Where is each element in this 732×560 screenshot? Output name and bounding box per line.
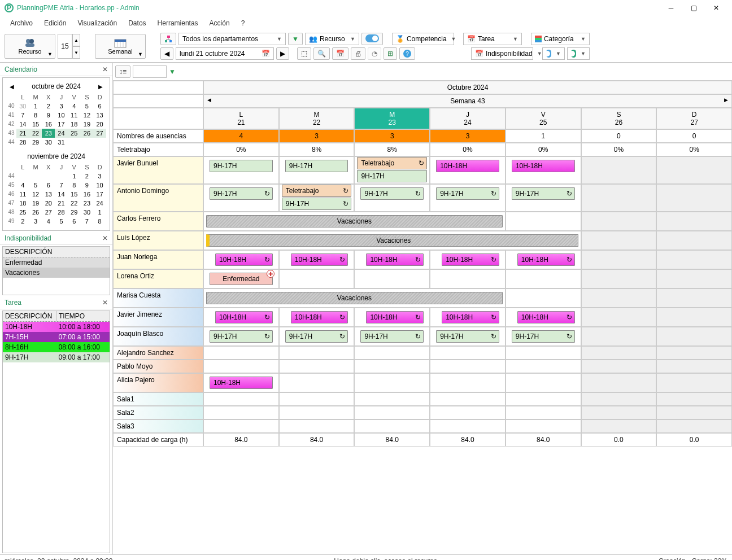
date-next-button[interactable]: ▶ (276, 47, 289, 60)
event[interactable]: 9H-17H↻ (512, 330, 575, 343)
event[interactable]: 10H-18H↻ (517, 253, 575, 266)
today-button[interactable]: 📅 (332, 47, 348, 60)
resource-select[interactable]: 👥Recurso▼ (305, 33, 359, 45)
toggle-2-select[interactable]: ▼ (567, 47, 590, 60)
menu-help[interactable]: ? (236, 17, 251, 29)
event[interactable]: 9H-17H↻ (436, 187, 499, 200)
category-select[interactable]: Categoría▼ (531, 33, 590, 45)
resource-row[interactable]: Sala2 (113, 406, 203, 419)
row-count-spinner[interactable]: ▲▼ (58, 34, 80, 59)
filter-button[interactable]: ▼ (288, 33, 303, 45)
resource-row[interactable]: Sala1 (113, 392, 203, 406)
resource-row[interactable]: Carlos Ferrero (113, 212, 203, 231)
close-icon[interactable]: ✕ (102, 234, 108, 242)
weekly-view-button[interactable]: Semanal ▼ (95, 34, 146, 59)
menu-datos[interactable]: Datos (123, 17, 151, 29)
event[interactable]: 10H-18H↻ (215, 253, 273, 266)
event[interactable]: 10H-18H↻ (442, 253, 499, 266)
event[interactable]: 10H-18H↻ (215, 311, 273, 323)
calendar-grid-nov[interactable]: LMXJVSD441234545678910461112131415161747… (6, 163, 106, 226)
cal-prev-button[interactable]: ◀ (7, 84, 16, 90)
toggle-display-button[interactable] (361, 33, 383, 45)
date-picker[interactable]: lundi 21 octubre 2024📅 (176, 47, 274, 60)
print-button[interactable]: 🖨 (351, 47, 365, 60)
task-select[interactable]: 📅Tarea▼ (463, 33, 522, 45)
help-toolbar-button[interactable]: ? (399, 47, 415, 60)
list-item[interactable]: 8H-16H08:00 a 16:00 (3, 342, 110, 352)
select-tool-button[interactable]: ⬚ (297, 47, 311, 60)
export-button[interactable]: ⊞ (384, 47, 397, 60)
cal-next-button[interactable]: ▶ (96, 84, 105, 90)
event[interactable]: Vacaciones (206, 234, 578, 247)
calendar-grid-oct[interactable]: LMXJVSD403012345641789101112134214151617… (6, 93, 106, 147)
event[interactable]: 10H-18H↻ (291, 253, 348, 266)
close-icon[interactable]: ✕ (102, 65, 108, 73)
menu-herramientas[interactable]: Herramientas (152, 17, 204, 29)
menu-accion[interactable]: Acción (204, 17, 236, 29)
event[interactable]: Teletrabajo↻ (282, 185, 352, 197)
event[interactable]: Teletrabajo↻ (357, 157, 427, 169)
date-prev-button[interactable]: ◀ (160, 47, 173, 60)
spinner-down[interactable]: ▼ (72, 46, 80, 59)
list-item[interactable]: 7H-15H07:00 a 15:00 (3, 332, 110, 342)
row-count-input[interactable] (58, 34, 72, 59)
close-icon[interactable]: ✕ (102, 299, 108, 307)
resource-row[interactable]: Lorena Ortiz (113, 269, 203, 288)
list-item[interactable]: Vacaciones (3, 268, 110, 278)
filter-input[interactable] (133, 65, 167, 78)
resource-row[interactable]: Antonio Domingo (113, 184, 203, 212)
event[interactable]: 9H-17H↻ (282, 198, 352, 210)
competence-select[interactable]: 🏅Competencia▼ (392, 33, 454, 45)
event[interactable]: 10H-18H↻ (366, 311, 424, 323)
event[interactable]: 9H-17H↻ (360, 330, 424, 343)
resource-row[interactable]: Sala3 (113, 419, 203, 433)
resource-row[interactable]: Alejandro Sanchez (113, 346, 203, 360)
list-item[interactable]: Enfermedad (3, 257, 110, 268)
menu-visualizacion[interactable]: Visualización (72, 17, 123, 29)
sort-button[interactable]: ↕≡ (115, 65, 130, 78)
resource-row[interactable]: Javier Jimenez (113, 308, 203, 327)
window-close-button[interactable]: ✕ (705, 0, 727, 16)
zoom-button[interactable]: 🔍 (313, 47, 330, 60)
event[interactable]: 10H-18H↻ (517, 311, 575, 323)
timeline-grid[interactable]: Octubre 2024 Semana 43 L21 M22 M23 J24 V… (113, 81, 732, 447)
event[interactable]: 10H-18H↻ (442, 311, 499, 323)
event[interactable]: 9H-17H↻ (210, 330, 273, 343)
resource-row[interactable]: Joaquín Blasco (113, 327, 203, 346)
week-header[interactable]: Semana 43 (203, 94, 732, 108)
window-minimize-button[interactable]: ─ (660, 0, 682, 16)
menu-archivo[interactable]: Archivo (5, 17, 38, 29)
event[interactable]: 10H-18H (512, 160, 575, 172)
event[interactable]: 9H-17H↻ (285, 330, 348, 343)
event[interactable]: 9H-17H↻ (436, 330, 499, 343)
funnel-icon[interactable]: ▼ (169, 68, 176, 76)
resource-row[interactable]: Marisa Cuesta (113, 288, 203, 308)
event[interactable]: 9H-17H (210, 160, 273, 172)
event[interactable]: 9H-17H (285, 160, 348, 172)
event[interactable]: 9H-17H (357, 170, 427, 182)
resource-row[interactable]: Juan Noriega (113, 250, 203, 269)
event[interactable]: 9H-17H↻ (512, 187, 575, 200)
resource-row[interactable]: Javier Bunuel (113, 156, 203, 184)
window-maximize-button[interactable]: ▢ (682, 0, 705, 16)
event[interactable]: 9H-17H↻ (360, 187, 424, 200)
list-item[interactable]: 9H-17H09:00 a 17:00 (3, 352, 110, 362)
unavailability-select[interactable]: 📅Indisponibilidad▼ (471, 47, 533, 60)
list-item[interactable]: 10H-18H10:00 a 18:00 (3, 322, 110, 332)
menu-edicion[interactable]: Edición (38, 17, 72, 29)
event[interactable]: Enfermedad✚ (210, 273, 273, 285)
resource-row[interactable]: Luís López (113, 231, 203, 250)
event[interactable]: 10H-18H↻ (291, 311, 348, 323)
hierarchy-button[interactable] (160, 33, 176, 45)
spinner-up[interactable]: ▲ (72, 34, 80, 46)
event[interactable]: 10H-18H (210, 377, 273, 389)
resource-button[interactable]: Recurso ▼ (5, 34, 55, 59)
event[interactable]: Vacaciones (206, 215, 503, 228)
resource-row[interactable]: Pablo Moyo (113, 360, 203, 373)
resource-row[interactable]: Alicia Pajero (113, 373, 203, 392)
chart-button[interactable]: ◔ (368, 47, 381, 60)
toggle-1-select[interactable]: ▼ (542, 47, 565, 60)
event[interactable]: 10H-18H↻ (366, 253, 424, 266)
event[interactable]: 9H-17H↻ (210, 187, 273, 200)
event[interactable]: 10H-18H (436, 160, 499, 172)
